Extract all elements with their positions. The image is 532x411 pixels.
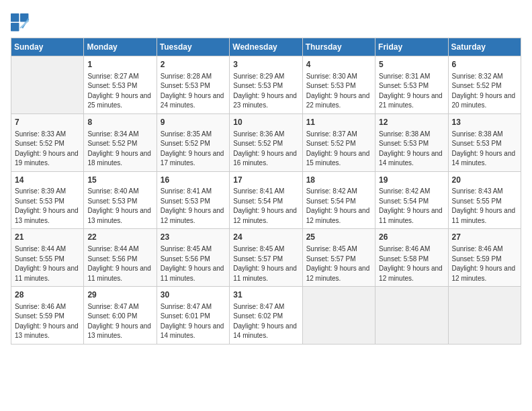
day-info: Sunrise: 8:45 AMSunset: 5:57 PMDaylight:…	[233, 244, 298, 283]
calendar-body: 1Sunrise: 8:27 AMSunset: 5:53 PMDaylight…	[11, 56, 521, 345]
day-info: Sunrise: 8:38 AMSunset: 5:53 PMDaylight:…	[452, 130, 517, 169]
day-number: 28	[15, 289, 80, 301]
day-info: Sunrise: 8:31 AMSunset: 5:53 PMDaylight:…	[379, 72, 444, 111]
day-number: 15	[87, 175, 152, 186]
day-number: 14	[15, 175, 80, 186]
header-row: SundayMondayTuesdayWednesdayThursdayFrid…	[11, 38, 521, 56]
day-info: Sunrise: 8:44 AMSunset: 5:56 PMDaylight:…	[87, 244, 152, 283]
day-number: 17	[233, 175, 298, 186]
day-number: 26	[379, 232, 444, 243]
day-number: 8	[87, 117, 152, 128]
day-info: Sunrise: 8:41 AMSunset: 5:54 PMDaylight:…	[233, 187, 298, 226]
col-header-saturday: Saturday	[448, 38, 521, 56]
day-cell: 15Sunrise: 8:40 AMSunset: 5:53 PMDayligh…	[84, 171, 157, 229]
day-info: Sunrise: 8:39 AMSunset: 5:53 PMDaylight:…	[15, 187, 80, 226]
day-number: 19	[379, 175, 444, 186]
day-number: 1	[87, 59, 152, 71]
day-info: Sunrise: 8:47 AMSunset: 6:01 PMDaylight:…	[161, 302, 226, 341]
day-cell: 24Sunrise: 8:45 AMSunset: 5:57 PMDayligh…	[230, 229, 302, 287]
day-cell: 20Sunrise: 8:43 AMSunset: 5:55 PMDayligh…	[448, 171, 521, 229]
day-number: 13	[452, 117, 517, 128]
day-number: 23	[161, 232, 226, 243]
week-row-2: 7Sunrise: 8:33 AMSunset: 5:52 PMDaylight…	[11, 113, 521, 171]
day-number: 22	[87, 232, 152, 243]
day-number: 30	[161, 289, 226, 301]
day-number: 9	[161, 117, 226, 128]
day-info: Sunrise: 8:33 AMSunset: 5:52 PMDaylight:…	[15, 130, 80, 169]
day-cell: 10Sunrise: 8:36 AMSunset: 5:52 PMDayligh…	[230, 113, 302, 171]
page-header	[11, 11, 521, 32]
day-cell: 17Sunrise: 8:41 AMSunset: 5:54 PMDayligh…	[230, 171, 302, 229]
day-number: 5	[379, 59, 444, 71]
day-number: 18	[306, 175, 371, 186]
day-number: 3	[233, 59, 298, 71]
day-info: Sunrise: 8:47 AMSunset: 6:00 PMDaylight:…	[87, 302, 152, 341]
day-info: Sunrise: 8:35 AMSunset: 5:52 PMDaylight:…	[161, 130, 226, 169]
day-info: Sunrise: 8:42 AMSunset: 5:54 PMDaylight:…	[379, 187, 444, 226]
day-info: Sunrise: 8:37 AMSunset: 5:52 PMDaylight:…	[306, 130, 371, 169]
day-cell: 3Sunrise: 8:29 AMSunset: 5:53 PMDaylight…	[230, 56, 302, 114]
day-cell: 19Sunrise: 8:42 AMSunset: 5:54 PMDayligh…	[375, 171, 448, 229]
day-info: Sunrise: 8:36 AMSunset: 5:52 PMDaylight:…	[233, 130, 298, 169]
day-info: Sunrise: 8:45 AMSunset: 5:57 PMDaylight:…	[306, 244, 371, 283]
day-number: 2	[161, 59, 226, 71]
day-info: Sunrise: 8:46 AMSunset: 5:59 PMDaylight:…	[15, 302, 80, 341]
day-number: 12	[379, 117, 444, 128]
day-cell: 1Sunrise: 8:27 AMSunset: 5:53 PMDaylight…	[84, 56, 157, 114]
week-row-1: 1Sunrise: 8:27 AMSunset: 5:53 PMDaylight…	[11, 56, 521, 114]
day-number: 24	[233, 232, 298, 243]
day-cell: 12Sunrise: 8:38 AMSunset: 5:53 PMDayligh…	[375, 113, 448, 171]
day-cell: 16Sunrise: 8:41 AMSunset: 5:53 PMDayligh…	[157, 171, 229, 229]
day-number: 27	[452, 232, 517, 243]
day-number: 20	[452, 175, 517, 186]
col-header-tuesday: Tuesday	[157, 38, 229, 56]
day-cell: 21Sunrise: 8:44 AMSunset: 5:55 PMDayligh…	[11, 229, 84, 287]
day-number: 25	[306, 232, 371, 243]
day-cell: 7Sunrise: 8:33 AMSunset: 5:52 PMDaylight…	[11, 113, 84, 171]
day-cell: 14Sunrise: 8:39 AMSunset: 5:53 PMDayligh…	[11, 171, 84, 229]
day-number: 21	[15, 232, 80, 243]
svg-rect-2	[11, 23, 19, 31]
day-cell	[375, 287, 448, 345]
day-info: Sunrise: 8:46 AMSunset: 5:58 PMDaylight:…	[379, 244, 444, 283]
day-cell: 8Sunrise: 8:34 AMSunset: 5:52 PMDaylight…	[84, 113, 157, 171]
day-number: 10	[233, 117, 298, 128]
calendar-table: SundayMondayTuesdayWednesdayThursdayFrid…	[11, 38, 521, 345]
day-cell: 27Sunrise: 8:46 AMSunset: 5:59 PMDayligh…	[448, 229, 521, 287]
day-number: 4	[306, 59, 371, 71]
logo	[11, 13, 31, 32]
day-cell	[302, 287, 375, 345]
day-info: Sunrise: 8:40 AMSunset: 5:53 PMDaylight:…	[87, 187, 152, 226]
day-cell: 13Sunrise: 8:38 AMSunset: 5:53 PMDayligh…	[448, 113, 521, 171]
day-info: Sunrise: 8:28 AMSunset: 5:53 PMDaylight:…	[161, 72, 226, 111]
col-header-sunday: Sunday	[11, 38, 84, 56]
week-row-4: 21Sunrise: 8:44 AMSunset: 5:55 PMDayligh…	[11, 229, 521, 287]
day-cell: 18Sunrise: 8:42 AMSunset: 5:54 PMDayligh…	[302, 171, 375, 229]
day-info: Sunrise: 8:27 AMSunset: 5:53 PMDaylight:…	[87, 72, 152, 111]
day-info: Sunrise: 8:30 AMSunset: 5:53 PMDaylight:…	[306, 72, 371, 111]
day-cell: 29Sunrise: 8:47 AMSunset: 6:00 PMDayligh…	[84, 287, 157, 345]
day-info: Sunrise: 8:41 AMSunset: 5:53 PMDaylight:…	[161, 187, 226, 226]
day-info: Sunrise: 8:42 AMSunset: 5:54 PMDaylight:…	[306, 187, 371, 226]
day-cell: 23Sunrise: 8:45 AMSunset: 5:56 PMDayligh…	[157, 229, 229, 287]
day-number: 16	[161, 175, 226, 186]
day-number: 29	[87, 289, 152, 301]
week-row-3: 14Sunrise: 8:39 AMSunset: 5:53 PMDayligh…	[11, 171, 521, 229]
day-info: Sunrise: 8:34 AMSunset: 5:52 PMDaylight:…	[87, 130, 152, 169]
day-cell: 25Sunrise: 8:45 AMSunset: 5:57 PMDayligh…	[302, 229, 375, 287]
day-cell	[11, 56, 84, 114]
day-info: Sunrise: 8:47 AMSunset: 6:02 PMDaylight:…	[233, 302, 298, 341]
day-number: 11	[306, 117, 371, 128]
day-number: 7	[15, 117, 80, 128]
day-info: Sunrise: 8:38 AMSunset: 5:53 PMDaylight:…	[379, 130, 444, 169]
day-cell: 22Sunrise: 8:44 AMSunset: 5:56 PMDayligh…	[84, 229, 157, 287]
col-header-thursday: Thursday	[302, 38, 375, 56]
day-info: Sunrise: 8:45 AMSunset: 5:56 PMDaylight:…	[161, 244, 226, 283]
col-header-wednesday: Wednesday	[230, 38, 302, 56]
svg-rect-0	[11, 13, 19, 21]
day-cell: 4Sunrise: 8:30 AMSunset: 5:53 PMDaylight…	[302, 56, 375, 114]
day-info: Sunrise: 8:46 AMSunset: 5:59 PMDaylight:…	[452, 244, 517, 283]
day-cell: 6Sunrise: 8:32 AMSunset: 5:52 PMDaylight…	[448, 56, 521, 114]
day-cell: 26Sunrise: 8:46 AMSunset: 5:58 PMDayligh…	[375, 229, 448, 287]
day-cell: 11Sunrise: 8:37 AMSunset: 5:52 PMDayligh…	[302, 113, 375, 171]
